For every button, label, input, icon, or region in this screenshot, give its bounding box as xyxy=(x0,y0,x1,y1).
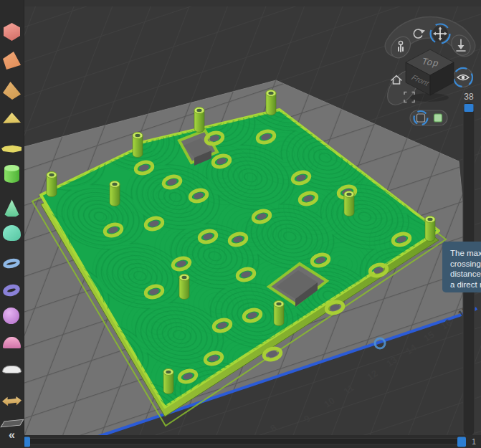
step-slider-value: 1 xyxy=(472,437,476,446)
step-slider-right-handle[interactable] xyxy=(457,437,466,447)
model-thumbnail-text-icon[interactable] xyxy=(1,144,22,155)
model-thumbnail-ring-icon[interactable] xyxy=(1,282,21,297)
tooltip: The maxim crossing tr distance. I a dire… xyxy=(442,242,481,292)
viewport-3d[interactable]: 8 9 10 11 12 13 14 15 16 17 xyxy=(0,0,481,448)
tooltip-line: distance. I xyxy=(450,269,481,280)
step-slider-track[interactable] xyxy=(26,439,465,445)
model-thumbnail-cone-icon[interactable] xyxy=(3,199,21,217)
model-thumbnail-cylinder-icon[interactable] xyxy=(4,166,19,183)
model-thumbnail-dome-icon[interactable] xyxy=(3,337,21,348)
collapse-panel-button[interactable]: « xyxy=(0,428,24,444)
step-slider[interactable]: 1 xyxy=(24,435,481,448)
model-thumbnail-pyramid-icon[interactable] xyxy=(3,82,21,100)
color-view-button[interactable] xyxy=(434,114,442,122)
step-slider-left-handle[interactable] xyxy=(24,437,30,447)
view-mode-toggle[interactable] xyxy=(410,110,447,125)
slicer-window: 8 9 10 11 12 13 14 15 16 17 xyxy=(0,0,481,448)
layer-slider-handle[interactable] xyxy=(465,104,474,112)
model-thumbnail-shell-icon[interactable] xyxy=(3,225,21,241)
model-thumbnail-cube-icon[interactable] xyxy=(3,23,21,41)
model-thumbnail-arrow-icon[interactable] xyxy=(2,396,22,406)
model-thumbnail-car-icon[interactable] xyxy=(2,366,22,373)
model-thumbnail-sphere-icon[interactable] xyxy=(3,308,19,324)
tooltip-line: a direct me xyxy=(450,280,481,290)
model-thumbnail-tetrahedron-icon[interactable] xyxy=(3,52,21,70)
tooltip-line: crossing tr xyxy=(450,259,481,270)
model-thumbnail-plate-icon[interactable] xyxy=(0,419,24,428)
model-thumbnail-low-pyramid-icon[interactable] xyxy=(3,111,21,125)
layer-slider-value: 38 xyxy=(464,92,474,102)
model-thumbnail-torus-icon[interactable] xyxy=(2,257,21,270)
model-gallery-sidebar: « xyxy=(0,0,24,448)
tooltip-line: The maxim xyxy=(450,248,481,259)
object-view-button[interactable] xyxy=(417,114,425,122)
